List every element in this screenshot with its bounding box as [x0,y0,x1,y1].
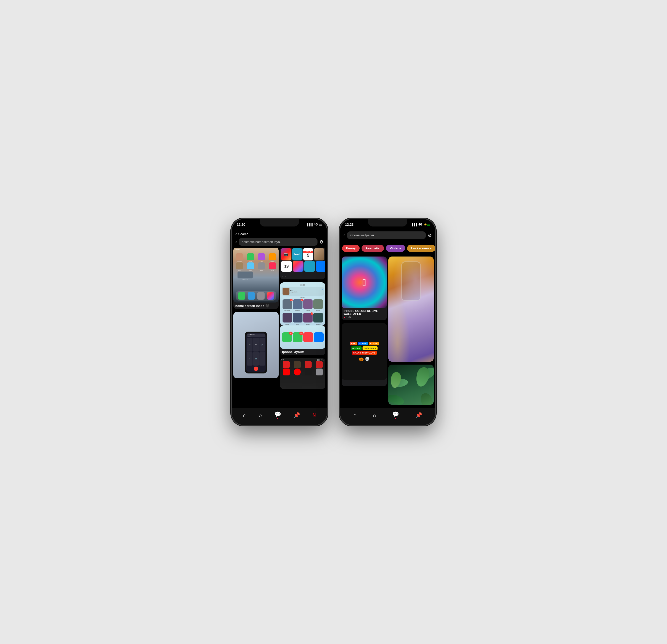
layout-label: iphone layout! [282,350,304,354]
layout-detail-card[interactable]: 13:08 ayo morgan leigh ● ♪ [280,283,325,355]
phone-hand-img: Sarah Smith mobile 🎤 ⊞ 🔊 + [233,312,279,379]
notch-2 [368,219,407,226]
signal-icon-2: ▐▐▐ [411,223,417,226]
ld-more[interactable]: ··· [319,350,323,354]
chat-dot-2 [395,418,396,419]
search-icon-1: ⌕ [259,412,262,419]
sticker-row-3: Grand Theft Auto [352,351,377,355]
likes-count: 1.6k [346,316,352,319]
stickers-more[interactable]: ··· [380,381,385,385]
nav-pin-2[interactable]: 📌 [416,412,422,419]
big-leaf-2 [419,391,434,405]
tr-more[interactable]: ··· [282,274,287,278]
inspo-more[interactable]: ··· [272,304,277,308]
sticker-flash: flash [369,342,379,345]
content-area-2:  IPHONE COLORFUL LIVE WALLPAPER ♥ 1.6k [340,255,435,408]
left-col-1: 10:02 selfcare phone music random sports… [233,247,279,406]
nav-netflix-1[interactable]: N [313,413,316,418]
nav-search-1[interactable]: ⌕ [259,412,262,419]
homescreen-card[interactable]: 10:02 selfcare phone music random sports… [233,247,279,309]
left-col-2:  IPHONE COLORFUL LIVE WALLPAPER ♥ 1.6k [342,257,387,406]
filter-icon-1[interactable]: ⚙ [320,239,323,245]
chat-icon-1: 💬 [274,411,281,418]
bottom-nav-1: ⌂ ⌕ 💬 📌 N [232,408,327,425]
hs-dock [236,291,276,301]
app-labels: essentialutilitiesschoolmedia [281,310,324,311]
hip-contact: Sarah Smith mobile [247,334,265,337]
bottom-hs-img: 6:48 ▐▐▐ 4G ▬ [280,358,325,389]
back-arrow-search-1[interactable]: ‹ [235,239,237,244]
phone-1-frame: 12:20 ▐▐▐ 4G ▬ ‹ Search ‹ [231,219,327,425]
hip-btn-grid[interactable]: ⊞ [253,338,259,352]
nav-search-2[interactable]: ⌕ [373,412,376,419]
dock-safari-app[interactable] [314,332,324,342]
pbr-status: 6:48 ▐▐▐ 4G ▬ [281,359,324,361]
status-icons-1: ▐▐▐ 4G ▬ [306,223,322,226]
nav-chat-2[interactable]: 💬 [392,411,399,419]
hip-screen: Sarah Smith mobile 🎤 ⊞ 🔊 + [246,333,265,372]
nav-chat-1[interactable]: 💬 [274,411,281,419]
hip-btn-info[interactable]: ℹ [259,352,265,366]
nav-home-1[interactable]: ⌂ [243,412,246,419]
phone-outline [401,261,421,301]
search-text-2: iphone wallpaper [350,234,423,237]
pin-icon-2: 📌 [416,412,422,419]
filter-icon-2[interactable]: ⚙ [428,232,432,238]
bottom-homescreen-card[interactable]: 6:48 ▐▐▐ 4G ▬ [280,358,325,389]
tag-funny[interactable]: Funny [342,245,360,252]
nav-pin-1[interactable]: 📌 [293,412,300,419]
cosmic-card[interactable]:  IPHONE COLORFUL LIVE WALLPAPER ♥ 1.6k [342,257,387,320]
marble-card[interactable]: ··· [388,257,434,361]
search-text-1: aesthetic homescreen layo... [242,240,314,244]
home-icon-2: ⌂ [353,412,356,419]
dock-phone-app[interactable]: 31 [282,332,292,342]
tag-aesthetic[interactable]: Aesthetic [361,245,384,252]
pbr-time: 6:48 [281,359,284,361]
hip-btn-video[interactable]: 📹 [253,352,259,366]
phone-1-screen: 12:20 ▐▐▐ 4G ▬ ‹ Search ‹ [232,219,327,425]
marble-wallpaper [388,257,434,361]
phone-2-frame: 12:23 ▐▐▐ 4G ⚡▬ ‹ iphone wallpaper ⚙ [340,219,436,425]
tropical-card[interactable] [388,365,434,405]
tag-vintage[interactable]: Vintage [386,245,405,252]
dock-messages-app[interactable]: 209 [293,332,303,342]
content-area-1: 10:02 selfcare phone music random sports… [232,246,327,408]
network-2: 4G [419,223,422,226]
hip-btn-speaker[interactable]: 🔊 [259,338,265,352]
hs-grid: selfcare phone music random sports schoo… [234,253,278,280]
layout-top: 13:08 ayo morgan leigh ● ♪ [280,283,325,325]
home-icon-1: ⌂ [243,412,246,419]
tropical-wallpaper [388,365,434,405]
search-header-1: ‹ Search ‹ aesthetic homescreen layo... … [232,230,327,248]
nav-home-2[interactable]: ⌂ [353,412,356,419]
stickers-card[interactable]: eat sleep flash break SUPERMAN [342,323,387,386]
phones-container: 12:20 ▐▐▐ 4G ▬ ‹ Search ‹ [231,219,436,425]
chat-dot-1 [277,418,278,419]
tr-top-row: 📷 band APRIL 9 9 [281,248,324,260]
network-1: 4G [314,223,318,226]
layout-bottom-dock: 31 209 [280,325,325,349]
tr-footer: ··· [280,273,325,279]
search-bar-1[interactable]: aesthetic homescreen layo... [239,238,318,246]
homescreen-img: 10:02 selfcare phone music random sports… [233,247,279,303]
tag-lockscreen[interactable]: Lockscreen a [407,245,435,252]
tr-bottom-row: 19 [281,261,324,272]
signal-icon-1: ▐▐▐ [306,223,313,226]
hip-btn-mic[interactable]: 🎤 [247,338,253,352]
phone-2-screen: 12:23 ▐▐▐ 4G ⚡▬ ‹ iphone wallpaper ⚙ [340,219,435,425]
pbr-grid [281,361,324,375]
phone-hand-card[interactable]: Sarah Smith mobile 🎤 ⊞ 🔊 + [233,312,279,379]
hip-btn-add[interactable]: + [247,352,253,366]
hip-end-call[interactable] [254,367,258,371]
bottom-nav-2: ⌂ ⌕ 💬 📌 [340,408,435,425]
inspo-label: home screen inspo 🖤 ··· [233,303,279,309]
top-right-card[interactable]: 📷 band APRIL 9 9 [280,247,325,279]
back-arrow-1[interactable]: ‹ [235,231,237,237]
dock-music-app[interactable] [303,332,313,342]
pbr-signal: ▐▐▐ 4G ▬ [317,359,324,361]
heart-icon: ♥ [344,316,345,319]
back-label-1[interactable]: Search [238,232,248,236]
search-bar-2[interactable]: iphone wallpaper [347,231,426,239]
back-arrow-2[interactable]: ‹ [344,232,345,238]
sticker-superman: SUPERMAN [362,347,378,350]
